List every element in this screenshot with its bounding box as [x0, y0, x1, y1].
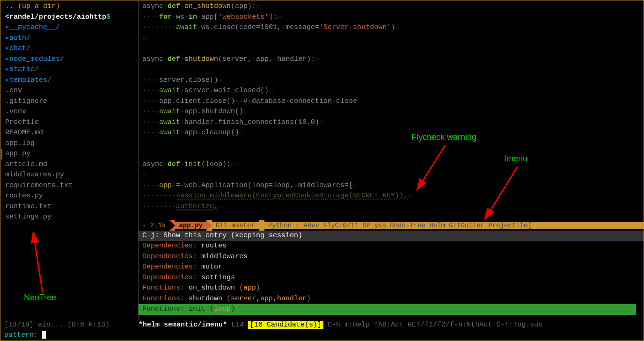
code-line[interactable]: ↵ — [142, 149, 640, 160]
code-line[interactable]: ····await·handler.finish_connections(10.… — [142, 117, 640, 128]
neotree-sidebar: .. (up a dir) <randel/projects/aiohttp$ … — [0, 0, 139, 319]
helm-candidate-function[interactable]: Functions: init (loop) — [139, 304, 636, 315]
code-line[interactable]: ····await·app.cleanup()↵ — [142, 128, 640, 138]
code-line[interactable]: ····server.close()↵ — [142, 75, 640, 86]
sidebar-folder[interactable]: ▸node_modules/ — [0, 54, 138, 65]
sidebar-file[interactable]: app.log — [0, 138, 138, 149]
code-line[interactable]: async·def·init(loop):↵ — [142, 160, 640, 170]
sidebar-file[interactable]: .gitignore — [0, 96, 138, 107]
neotree-status: [13/19] aio... (D:6 F:13) — [4, 320, 139, 330]
code-line[interactable]: ↵ — [142, 170, 640, 181]
sidebar-folder[interactable]: ▸templates/ — [0, 75, 138, 86]
modeline: - 2.1k app.py Git-master Python : ARev F… — [139, 220, 644, 231]
helm-candidate-dependency[interactable]: Dependencies: middlewares — [142, 252, 640, 262]
code-line[interactable]: ····app·=·web.Application(loop=loop,·mid… — [142, 181, 640, 191]
code-line[interactable]: ····for·ws·in·app['websockets']:↵ — [142, 12, 640, 23]
code-line[interactable]: ↵ — [142, 138, 640, 149]
sidebar-file[interactable]: .env — [0, 86, 138, 96]
sidebar-folder[interactable]: ▸chat/ — [0, 44, 138, 54]
helm-candidate-function[interactable]: Functions: on_shutdown (app) — [142, 283, 640, 294]
helm-candidate-count: [16 Candidate(s)] — [248, 321, 323, 329]
cursor — [42, 331, 46, 339]
minibuffer[interactable]: pattern: — [0, 330, 644, 341]
sidebar-file[interactable]: settings.py — [0, 212, 138, 223]
code-line[interactable]: async·def·on_shutdown(app):↵ — [142, 1, 640, 12]
code-area[interactable]: async·def·on_shutdown(app):↵····for·ws·i… — [139, 0, 644, 220]
helm-candidate-dependency[interactable]: Dependencies: routes — [142, 241, 640, 252]
modeline-size: - 2.1k — [139, 222, 169, 229]
code-line[interactable]: ········authorize,↵ — [142, 202, 640, 212]
sidebar-file[interactable]: README.md — [0, 128, 138, 138]
code-line[interactable]: ····app.client.close()··#·database·conne… — [142, 96, 640, 107]
code-line[interactable]: ↵ — [142, 65, 640, 75]
modeline-minor-modes: Python : ARev FlyC:0/11 SP yas Undo-Tree… — [264, 222, 644, 229]
helm-header: C-j: Show this entry (keeping session) — [139, 231, 644, 241]
helm-help-hints: C-h m:Help TAB:Act RET/f1/f2/f-n:NthAct … — [323, 321, 542, 329]
sidebar-folder[interactable]: ▸static/ — [0, 65, 138, 75]
sidebar-file[interactable]: .venv — [0, 107, 138, 117]
helm-candidate-dependency[interactable]: Dependencies: motor — [142, 262, 640, 273]
code-line[interactable]: ····await·app.shutdown()↵ — [142, 107, 640, 117]
code-line[interactable]: ↵ — [142, 33, 640, 44]
code-line[interactable]: ····await·server.wait_closed()↵ — [142, 86, 640, 96]
modeline-git-branch: Git-master — [212, 222, 259, 229]
helm-mode-name: *helm semantic/imenu* — [139, 321, 227, 329]
sidebar-file[interactable]: runtime.txt — [0, 202, 138, 212]
sidebar-file[interactable]: article.md — [0, 160, 138, 170]
code-line[interactable]: ········await·ws.close(code=1001,·messag… — [142, 22, 640, 33]
sidebar-file[interactable]: requirements.txt — [0, 181, 138, 191]
sidebar-file[interactable]: Procfile — [0, 117, 138, 128]
sidebar-file[interactable]: middlewares.py — [0, 170, 138, 181]
modeline-filename: app.py — [175, 222, 206, 229]
code-line[interactable]: ↵ — [142, 44, 640, 54]
sidebar-folder[interactable]: ▸auth/ — [0, 33, 138, 44]
code-line[interactable]: async·def·shutdown(server,·app,·handler)… — [142, 54, 640, 65]
sidebar-file[interactable]: routes.py — [0, 191, 138, 202]
sidebar-updir[interactable]: .. (up a dir) — [0, 1, 138, 12]
status-bar: [13/19] aio... (D:6 F:13) *helm semantic… — [0, 320, 644, 330]
helm-candidate-dependency[interactable]: Dependencies: settings — [142, 273, 640, 283]
sidebar-path: <randel/projects/aiohttp$ — [0, 12, 138, 23]
minibuffer-prompt: pattern: — [4, 331, 42, 339]
sidebar-file[interactable]: app.py — [1, 149, 138, 160]
editor-pane: async·def·on_shutdown(app):↵····for·ws·i… — [139, 0, 644, 319]
helm-candidates[interactable]: Dependencies: routesDependencies: middle… — [139, 241, 644, 315]
helm-candidate-function[interactable]: Functions: shutdown (server,app,handler) — [142, 294, 640, 305]
sidebar-folder[interactable]: ▸__pycache__/ — [0, 22, 138, 33]
code-line[interactable]: ········session_middleware(EncryptedCook… — [142, 191, 640, 202]
